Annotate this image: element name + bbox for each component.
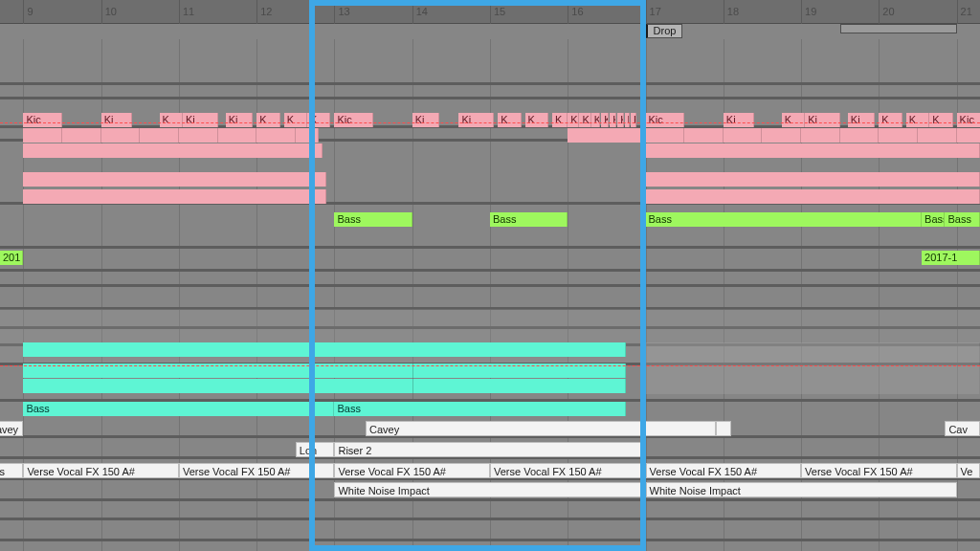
clip-kick_pattern2[interactable]: [684, 128, 724, 143]
clip-vocal_fx[interactable]: Verse Vocal FX 150 A#: [23, 463, 179, 478]
clip-kick[interactable]: Ki: [101, 113, 133, 127]
clip-kick_pattern2[interactable]: [23, 128, 62, 143]
clip-vocal_fx[interactable]: Verse Vocal FX 150 A#: [801, 463, 957, 478]
clip-kick[interactable]: K: [552, 113, 568, 127]
clip-kick_pattern2[interactable]: [957, 128, 980, 143]
loop-brace[interactable]: [840, 24, 957, 33]
clip-kick[interactable]: K: [906, 113, 929, 127]
locator-drop[interactable]: Drop: [646, 24, 683, 38]
clip-vocal_fx[interactable]: Verse Vocal FX 150 A#: [179, 463, 335, 478]
clip-kick[interactable]: K: [160, 113, 183, 127]
clip-kick[interactable]: K: [782, 113, 805, 127]
clip-kick[interactable]: K: [568, 113, 579, 127]
clip-kick[interactable]: Ki: [848, 113, 875, 127]
clip-teal_block3[interactable]: [23, 379, 626, 393]
clip-kick[interactable]: K: [625, 113, 631, 127]
bar-number: 14: [416, 6, 428, 17]
bar-number: 10: [105, 6, 117, 17]
bar-number: 15: [494, 6, 505, 17]
clip-kick_midi[interactable]: [646, 143, 980, 158]
clip-vocal_fx[interactable]: Verse Vocal FX 150 A#: [490, 463, 646, 478]
clip-kick[interactable]: Kic: [23, 113, 62, 127]
bar-number: 18: [727, 6, 739, 17]
clip-bass_green[interactable]: Bass: [334, 212, 412, 227]
bar-number: 21: [961, 6, 972, 17]
clip-kick_pattern2[interactable]: [724, 128, 763, 143]
clip-kick[interactable]: K: [601, 113, 609, 127]
clip-pink_block2[interactable]: [23, 189, 326, 204]
clip-cavey[interactable]: [716, 421, 731, 436]
clip-cavey[interactable]: Cav: [945, 421, 980, 436]
clip-cavey[interactable]: avey: [0, 421, 23, 436]
clip-kick[interactable]: Ki: [412, 113, 439, 127]
clip-pink_block1[interactable]: [23, 172, 326, 187]
clip-kick_pattern2[interactable]: [646, 128, 685, 143]
bar-number: 11: [183, 6, 194, 17]
clip-kick[interactable]: K: [284, 113, 307, 127]
clip-kick[interactable]: Ki: [805, 113, 840, 127]
clip-white_noise[interactable]: White Noise Impact: [646, 482, 957, 497]
clip-kick[interactable]: Kic: [957, 113, 980, 127]
clip-kick_pattern2[interactable]: [179, 128, 218, 143]
clip-kick[interactable]: Kic: [646, 113, 685, 127]
clip-vocal_fx[interactable]: Verse Vocal FX 150 A#: [646, 463, 802, 478]
clip-pink_block2[interactable]: [646, 189, 980, 204]
clip-kick_pattern2[interactable]: [918, 128, 957, 143]
clip-kick_pattern2[interactable]: [568, 128, 645, 143]
clip-kick[interactable]: Ki: [724, 113, 755, 127]
clip-kick_pattern2[interactable]: [840, 128, 880, 143]
clip-cavey[interactable]: Cavey: [366, 421, 716, 436]
guide-line: [0, 122, 980, 123]
clip-bass_green[interactable]: Bass: [945, 212, 980, 227]
clip-kick[interactable]: Ki: [458, 113, 494, 127]
clip-kick[interactable]: K: [307, 113, 330, 127]
locator-drop-label: Drop: [654, 25, 677, 36]
bar-number: 17: [650, 6, 661, 17]
clip-kick[interactable]: K: [617, 113, 624, 127]
clip-kick[interactable]: K: [525, 113, 548, 127]
bar-number: 13: [338, 6, 349, 17]
clip-kick_pattern2[interactable]: [101, 128, 141, 143]
clip-teal_bass[interactable]: Bass: [334, 402, 626, 416]
clip-divider: [412, 379, 413, 393]
arrangement-lanes[interactable]: KicKiKKiKiKKKKicKiKiKKKKKKKKKKKKicKiKKiK…: [0, 39, 980, 551]
clip-white_noise[interactable]: White Noise Impact: [334, 482, 645, 497]
locator-row[interactable]: Drop: [0, 24, 980, 39]
clip-kick_pattern2[interactable]: [801, 128, 840, 143]
clip-bass_green[interactable]: Bass: [646, 212, 923, 227]
clip-kick_pattern2[interactable]: [62, 128, 101, 143]
clip-kick[interactable]: K: [631, 113, 636, 127]
clip-riser[interactable]: Lon: [296, 442, 335, 457]
clip-kick_midi[interactable]: [23, 143, 323, 158]
clip-bass_green[interactable]: Bass: [490, 212, 568, 227]
clip-teal_block1[interactable]: [23, 342, 626, 357]
clip-bass_green[interactable]: Bass: [922, 212, 945, 227]
bar-number: 9: [27, 6, 33, 17]
clip-date_clip[interactable]: 201: [0, 251, 23, 265]
clip-pink_block1[interactable]: [646, 172, 980, 187]
clip-kick[interactable]: Ki: [183, 113, 218, 127]
clip-kick_pattern2[interactable]: [218, 128, 257, 143]
clip-kick[interactable]: K: [256, 113, 279, 127]
clip-kick_pattern2[interactable]: [762, 128, 801, 143]
clip-vocal_fx[interactable]: Ve: [957, 463, 980, 478]
clip-riser[interactable]: Riser 2: [334, 442, 645, 457]
clip-kick_pattern2[interactable]: [140, 128, 179, 143]
clip-kick_pattern2[interactable]: [256, 128, 296, 143]
clip-kick[interactable]: K: [929, 113, 952, 127]
clip-kick[interactable]: K: [579, 113, 590, 127]
timeline-ruler[interactable]: 9101112131415161718192021: [0, 0, 980, 24]
clip-kick_pattern2[interactable]: [879, 128, 918, 143]
clip-kick_pattern2[interactable]: [296, 128, 319, 143]
clip-kick[interactable]: Kic: [334, 113, 373, 127]
selection-region[interactable]: [646, 342, 980, 394]
clip-date_clip[interactable]: 2017-1: [922, 251, 980, 265]
clip-kick[interactable]: K: [879, 113, 902, 127]
clip-vocal_fx[interactable]: rs: [0, 463, 23, 478]
clip-vocal_fx[interactable]: Verse Vocal FX 150 A#: [334, 463, 490, 478]
clip-kick[interactable]: Ki: [226, 113, 253, 127]
clip-kick[interactable]: K: [610, 113, 616, 127]
clip-kick[interactable]: K: [498, 113, 521, 127]
clip-kick[interactable]: K: [591, 113, 601, 127]
clip-teal_bass[interactable]: Bass: [23, 402, 334, 416]
